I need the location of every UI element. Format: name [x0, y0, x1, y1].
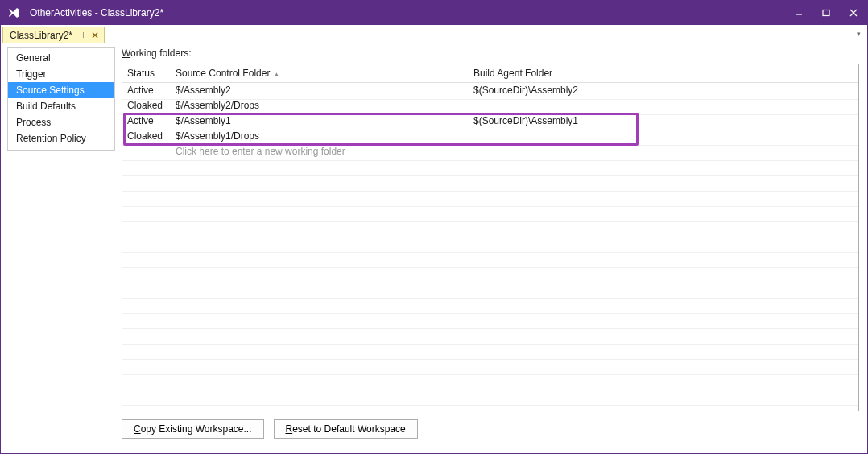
body-area: General Trigger Source Settings Build De…	[1, 43, 867, 453]
window-title: OtherActivities - ClassLibrary2*	[30, 7, 163, 19]
cell-baf[interactable]: $(SourceDir)\Assembly2	[469, 83, 858, 98]
col-status[interactable]: Status	[122, 64, 171, 83]
minimize-button[interactable]	[785, 2, 812, 23]
maximize-button[interactable]	[812, 2, 840, 23]
side-nav: General Trigger Source Settings Build De…	[7, 47, 115, 151]
tab-overflow-icon[interactable]: ▾	[853, 28, 864, 39]
working-folders-label: Working folders:	[122, 47, 859, 59]
sidenav-item-trigger[interactable]: Trigger	[8, 66, 114, 82]
main-panel: Working folders: Status Source Control F…	[122, 47, 859, 445]
sidenav-item-source-settings[interactable]: Source Settings	[8, 82, 114, 98]
sidenav-item-retention-policy[interactable]: Retention Policy	[8, 130, 114, 147]
pin-icon[interactable]: ⊣	[77, 31, 85, 39]
cell-scf[interactable]: $/Assembly1/Drops	[171, 129, 469, 144]
document-tab[interactable]: ClassLibrary2* ⊣ ✕	[2, 27, 105, 43]
copy-workspace-button[interactable]: Copy Existing Workspace...	[122, 419, 264, 439]
reset-workspace-button[interactable]: Reset to Default Workspace	[274, 419, 418, 439]
cell-scf[interactable]: $/Assembly2	[171, 83, 469, 98]
cell-status[interactable]: Cloaked	[122, 129, 171, 144]
working-folders-grid-wrapper: Status Source Control Folder▲ Build Agen…	[122, 64, 859, 411]
button-row: Copy Existing Workspace... Reset to Defa…	[122, 419, 859, 439]
tab-close-icon[interactable]: ✕	[89, 30, 101, 41]
sidenav-item-build-defaults[interactable]: Build Defaults	[8, 98, 114, 114]
cell-baf[interactable]	[469, 98, 858, 114]
cell-baf[interactable]	[469, 129, 858, 144]
col-source-control-folder[interactable]: Source Control Folder▲	[171, 64, 469, 83]
working-folders-grid[interactable]: Status Source Control Folder▲ Build Agen…	[122, 64, 858, 159]
col-build-agent-folder[interactable]: Build Agent Folder	[469, 64, 858, 83]
cell-scf[interactable]: $/Assembly1	[171, 114, 469, 129]
vs-logo-icon	[7, 6, 22, 20]
app-window: OtherActivities - ClassLibrary2* ClassLi…	[0, 0, 868, 454]
cell-scf[interactable]: $/Assembly2/Drops	[171, 98, 469, 114]
document-tabbar: ClassLibrary2* ⊣ ✕ ▾	[1, 25, 867, 43]
sidenav-item-general[interactable]: General	[8, 50, 114, 66]
sort-asc-icon: ▲	[273, 71, 279, 78]
svg-rect-1	[823, 10, 829, 16]
titlebar: OtherActivities - ClassLibrary2*	[1, 1, 867, 25]
document-tab-label: ClassLibrary2*	[10, 30, 72, 41]
cell-status[interactable]: Active	[122, 83, 171, 98]
close-button[interactable]	[840, 2, 867, 23]
cell-status[interactable]: Active	[122, 114, 171, 129]
cell-status[interactable]: Cloaked	[122, 98, 171, 114]
placeholder-text[interactable]: Click here to enter a new working folder	[171, 144, 469, 159]
sidenav-item-process[interactable]: Process	[8, 114, 114, 130]
cell-baf[interactable]: $(SourceDir)\Assembly1	[469, 114, 858, 129]
